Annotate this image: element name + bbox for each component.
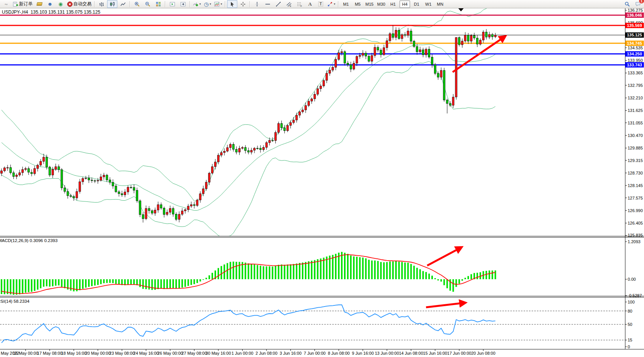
crosshair-button[interactable] [238, 0, 248, 8]
profile-button[interactable] [167, 0, 177, 8]
chat-badge: 1 [639, 0, 644, 4]
trend-arrow[interactable] [427, 247, 461, 266]
price-tick-label: 125.835 [628, 233, 643, 237]
trend-arrow[interactable] [426, 303, 465, 307]
time-tick-label: 30 May 16:00 [206, 351, 231, 355]
time-tick-label: 24 May 16:00 [133, 351, 159, 355]
timeframe-button-m30[interactable]: M30 [376, 0, 387, 8]
templates-button[interactable]: ▾ [213, 0, 223, 8]
tile-windows-button[interactable] [153, 0, 163, 8]
zoom-in-icon [134, 2, 140, 7]
candles-icon [110, 2, 115, 7]
labelT-icon: T [318, 2, 323, 6]
time-tick-label: 20 May 00:00 [85, 351, 110, 355]
arrows-button[interactable]: ▾ [326, 0, 336, 8]
new-order-icon [13, 2, 18, 7]
time-tick-label: 14 Jun 08:00 [399, 351, 423, 355]
cursor-button[interactable] [227, 0, 237, 8]
svg-text:E: E [290, 5, 291, 7]
toolbar-separator [189, 1, 190, 7]
time-axis[interactable]: May 202216 May 00:0017 May 08:0018 May 1… [1, 349, 496, 355]
label-button[interactable]: T [316, 0, 326, 8]
timeframe-button-h4[interactable]: H4 [399, 0, 410, 8]
autotrading-icon [67, 2, 73, 7]
zoom-in-button[interactable] [132, 0, 142, 8]
bollinger-middle-band[interactable] [2, 44, 496, 211]
price-tick-label: 131.625 [628, 108, 643, 113]
hline-button[interactable] [262, 0, 273, 8]
price-tag-133.743: 133.743 [627, 63, 642, 67]
rsi-tick-label: 80 [628, 309, 632, 313]
time-tick-label: 17 May 08:00 [37, 351, 63, 355]
price-tick-label: 131.055 [628, 121, 643, 125]
time-tick-label: 20 Jun 08:00 [471, 351, 496, 355]
hammer-icon-button[interactable] [34, 0, 44, 8]
grip-icon: ▪▾ [5, 2, 8, 6]
time-tick-label: 13 Jun 00:00 [375, 351, 399, 355]
timeframe-button-m1[interactable]: M1 [341, 0, 351, 8]
indicators-button[interactable]: ▾ [192, 0, 202, 8]
vline-button[interactable] [252, 0, 262, 8]
chart-line-button[interactable] [118, 0, 128, 8]
timeframe-button-w1[interactable]: W1 [423, 0, 434, 8]
price-tag-135.125: 135.125 [627, 33, 642, 37]
new-order-button-label: 新订单 [19, 1, 33, 7]
price-tick-label: 136.275 [628, 8, 643, 13]
periods-button[interactable]: ◷▾ [202, 0, 213, 8]
marker-triangle[interactable] [458, 8, 464, 11]
hammer-icon [37, 2, 42, 6]
rsi-tick-label: 0 [628, 344, 630, 349]
price-tick-label: 126.990 [628, 208, 643, 213]
rsi-tick-label: 100 [628, 300, 635, 304]
timeframe-button-d1[interactable]: D1 [411, 0, 422, 8]
time-tick-label: 2 Jun 08:00 [256, 351, 278, 355]
timeframe-button-m5[interactable]: M5 [352, 0, 363, 8]
globe-icon: ◉ [58, 2, 63, 6]
chat-button[interactable]: 1 [633, 0, 643, 8]
chevron-down-icon: ▾ [199, 2, 201, 6]
autotrading-button[interactable]: 自动交易 [66, 0, 93, 8]
vline-icon [254, 2, 260, 7]
panel-frames [0, 8, 644, 349]
autotrading-button-label: 自动交易 [73, 1, 92, 7]
community-button[interactable]: ◉ [55, 0, 66, 8]
bollinger-upper-band[interactable] [2, 8, 496, 201]
search-button[interactable] [622, 0, 632, 8]
timeframe-button-h1[interactable]: H1 [388, 0, 398, 8]
trendline-icon [276, 2, 281, 7]
candles-layer [1, 25, 497, 223]
chevron-down-icon: ▾ [221, 2, 222, 6]
channel-button[interactable]: E [284, 0, 294, 8]
time-tick-label: 15 Jun 16:00 [423, 351, 447, 355]
cursor-icon [230, 2, 235, 7]
macd-layer [1, 252, 496, 295]
timeframe-button-m15[interactable]: M15 [364, 0, 375, 8]
new-order-button[interactable]: 新订单 [12, 0, 34, 8]
fibonacci-button[interactable]: F [294, 0, 305, 8]
auto-scroll-button[interactable] [178, 0, 188, 8]
chart-candles-button[interactable] [107, 0, 117, 8]
timeframe-button-mn[interactable]: MN [435, 0, 445, 8]
person-icon: ☻ [47, 2, 53, 6]
trendline-button[interactable] [273, 0, 283, 8]
accounts-button[interactable]: ☻ [45, 0, 55, 8]
zoom-out-button[interactable] [142, 0, 153, 8]
toolbar: ▪▾新订单☻◉自动交易▾◷▾▾EFAT▾M1M5M15M30H1H4D1W1MN… [0, 0, 644, 8]
toolbar-separator [165, 1, 166, 7]
price-axis[interactable]: 136.275135.690134.535133.950133.365132.7… [625, 8, 643, 349]
price-tag-136.046: 136.046 [627, 13, 642, 17]
text-button[interactable]: A [305, 0, 315, 8]
time-tick-label: 16 May 00:00 [13, 351, 38, 355]
rsi-indicator-label: RSI(14) 58.2334 [0, 299, 29, 304]
price-tick-label: 129.885 [628, 146, 643, 150]
time-tick-label: 8 Jun 08:00 [328, 351, 350, 355]
macd-indicator-label: MACD(12,26,9) 0.3096 0.2393 [0, 238, 58, 243]
chart-bars-button[interactable] [96, 0, 107, 8]
rsi-tick-label: 50 [628, 322, 632, 327]
price-chart-svg: 136.275135.690134.535133.950133.365132.7… [0, 8, 644, 357]
indicators-icon [193, 2, 198, 7]
fibo-icon: F [297, 2, 302, 7]
price-tick-label: 130.470 [628, 133, 643, 138]
macd-tick-label: 1.2093 [628, 239, 641, 244]
crosshair-icon [240, 2, 246, 7]
